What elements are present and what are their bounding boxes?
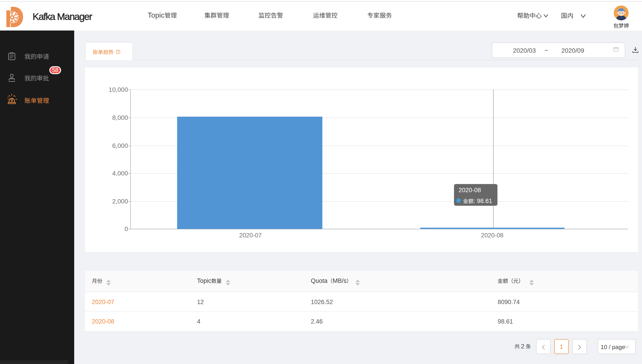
svg-text:0: 0 [124, 226, 128, 232]
svg-text:10,000: 10,000 [109, 86, 128, 93]
svg-text:4,000: 4,000 [112, 170, 128, 177]
svg-text:2,000: 2,000 [112, 198, 128, 205]
svg-text:2020-07: 2020-07 [239, 232, 262, 239]
svg-text:2020-08: 2020-08 [481, 232, 503, 239]
svg-text:8,000: 8,000 [112, 114, 128, 121]
svg-text:6,000: 6,000 [112, 142, 128, 149]
